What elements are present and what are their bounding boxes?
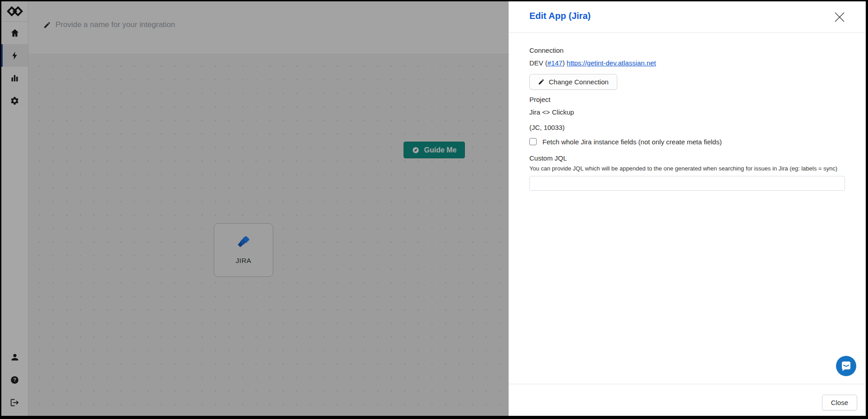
- chat-bubble-icon: [836, 356, 856, 376]
- edit-app-panel: Edit App (Jira) Connection DEV (#147) ht…: [509, 1, 866, 416]
- project-label: Project: [529, 96, 845, 103]
- change-connection-label: Change Connection: [549, 78, 609, 86]
- panel-footer: Close: [509, 384, 866, 416]
- panel-header: Edit App (Jira): [509, 1, 866, 33]
- project-meta: (JC, 10033): [529, 124, 845, 131]
- connection-label: Connection: [529, 47, 845, 54]
- project-name: Jira <> Clickup: [529, 109, 845, 116]
- custom-jql-label: Custom JQL: [529, 155, 845, 162]
- fetch-fields-checkbox[interactable]: [529, 138, 537, 145]
- custom-jql-hint: You can provide JQL which will be append…: [529, 166, 845, 172]
- fetch-fields-label[interactable]: Fetch whole Jira instance fields (not on…: [542, 138, 722, 146]
- chat-launcher-button[interactable]: [836, 356, 856, 376]
- panel-body: Connection DEV (#147) https://getint-dev…: [509, 33, 866, 384]
- custom-jql-input[interactable]: [529, 176, 845, 191]
- connection-env: DEV (: [529, 59, 547, 67]
- pencil-icon: [538, 78, 545, 85]
- modal-dim-overlay[interactable]: [1, 1, 509, 416]
- app-window: ? Provide a name for your integration: [1, 1, 866, 416]
- connection-id-link[interactable]: #147: [547, 59, 562, 67]
- panel-title: Edit App (Jira): [529, 11, 591, 21]
- panel-close-button[interactable]: [833, 10, 846, 24]
- connection-value: DEV (#147) https://getint-dev.atlassian.…: [529, 59, 845, 67]
- fetch-fields-row: Fetch whole Jira instance fields (not on…: [529, 138, 845, 146]
- change-connection-button[interactable]: Change Connection: [529, 74, 617, 90]
- connection-suffix: ): [562, 59, 566, 67]
- connection-url-link[interactable]: https://getint-dev.atlassian.net: [567, 59, 656, 67]
- close-button[interactable]: Close: [822, 395, 857, 410]
- close-icon: [833, 11, 846, 23]
